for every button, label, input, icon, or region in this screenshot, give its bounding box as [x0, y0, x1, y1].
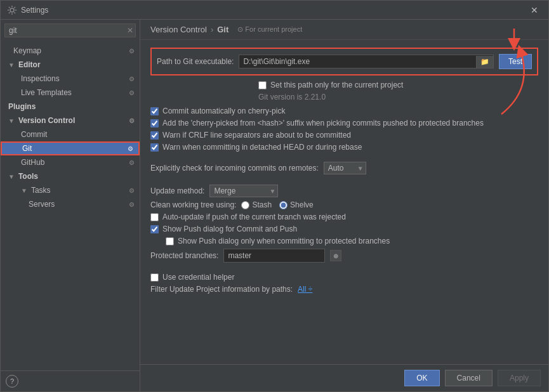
tools-arrow-icon: ▼ — [8, 173, 15, 180]
settings-icon — [7, 5, 17, 15]
sidebar-item-servers[interactable]: Servers ⚙ — [1, 197, 140, 211]
title-bar-left: Settings — [7, 5, 48, 15]
sidebar-bottom: ? — [1, 370, 140, 391]
inspections-settings-icon: ⚙ — [129, 75, 135, 82]
sidebar-tree: Keymap ⚙ ▼ Editor Inspections ⚙ — [1, 41, 140, 370]
incoming-select-wrap: Auto Always Never ▼ — [324, 162, 366, 174]
search-clear-button[interactable]: ✕ — [127, 26, 133, 35]
dialog-body: ✕ Keymap ⚙ ▼ Editor — [1, 20, 548, 391]
sidebar-item-keymap[interactable]: Keymap ⚙ — [1, 44, 140, 58]
warn-crlf-checkbox[interactable] — [150, 131, 159, 140]
apply-button[interactable]: Apply — [498, 370, 541, 386]
show-push-sub-checkbox[interactable] — [166, 237, 174, 245]
sidebar-item-editor[interactable]: ▼ Editor — [1, 58, 140, 72]
update-label: Update method: — [150, 186, 204, 195]
editor-arrow-icon: ▼ — [8, 62, 15, 69]
show-push-checkbox[interactable] — [150, 225, 159, 233]
git-version-text: Git version is 2.21.0 — [258, 93, 538, 101]
add-cherry-picked-row: Add the 'cherry-picked from <hash>' suff… — [150, 119, 538, 127]
clean-tree-row: Clean working tree using: Stash Shelve — [150, 200, 538, 209]
filter-update-row: Filter Update Project information by pat… — [150, 285, 538, 294]
set-path-checkbox[interactable] — [258, 81, 267, 89]
sidebar-item-commit[interactable]: Commit — [1, 127, 140, 141]
show-push-sub-label: Show Push dialog only when committing to… — [178, 237, 390, 245]
vc-settings-icon: ⚙ — [129, 117, 135, 124]
filter-value: All ÷ — [298, 285, 312, 294]
warn-detached-label: Warn when committing in detached HEAD or… — [162, 143, 362, 152]
warn-crlf-label: Warn if CRLF line separators are about t… — [162, 131, 351, 140]
auto-update-row: Auto-update if push of the current branc… — [150, 212, 538, 221]
sidebar-item-git[interactable]: Git ⚙ — [1, 141, 140, 155]
credential-checkbox[interactable] — [150, 273, 159, 282]
auto-update-checkbox[interactable] — [150, 213, 159, 221]
protected-expand-button[interactable]: ⊕ — [330, 250, 341, 261]
sidebar-item-plugins[interactable]: Plugins — [1, 100, 140, 114]
main-content: Version Control › Git ⊙ For current proj… — [140, 20, 548, 364]
shelve-radio-label: Shelve — [279, 200, 314, 209]
ok-button[interactable]: OK — [404, 370, 439, 386]
git-settings-panel: Path to Git executable: 📁 Test Set this … — [140, 40, 548, 364]
set-path-checkbox-row: Set this path only for the current proje… — [258, 81, 538, 89]
clean-label: Clean working tree using: — [150, 200, 236, 209]
incoming-commits-row: Explicitly check for incoming commits on… — [150, 162, 538, 174]
live-templates-settings-icon: ⚙ — [129, 89, 135, 96]
github-settings-icon: ⚙ — [129, 159, 135, 166]
update-select[interactable]: Merge Rebase Branch Default — [209, 185, 278, 197]
git-settings-icon: ⚙ — [128, 145, 133, 152]
cherry-pick-row: Commit automatically on cherry-pick — [150, 107, 538, 115]
cancel-button[interactable]: Cancel — [445, 370, 493, 386]
cherry-pick-label: Commit automatically on cherry-pick — [162, 107, 285, 115]
breadcrumb-parent: Version Control — [150, 25, 207, 34]
update-method-row: Update method: Merge Rebase Branch Defau… — [150, 185, 538, 197]
credential-label: Use credential helper — [162, 273, 234, 282]
sidebar-item-inspections[interactable]: Inspections ⚙ — [1, 72, 140, 86]
svg-point-0 — [10, 8, 14, 12]
filter-label: Filter Update Project information by pat… — [150, 285, 293, 294]
path-label: Path to Git executable: — [157, 57, 234, 66]
dialog-title: Settings — [21, 6, 48, 15]
sidebar: ✕ Keymap ⚙ ▼ Editor — [1, 20, 140, 391]
close-button[interactable]: ✕ — [527, 4, 542, 16]
warn-crlf-row: Warn if CRLF line separators are about t… — [150, 131, 538, 140]
clean-radio-group: Stash Shelve — [241, 200, 313, 209]
credential-row: Use credential helper — [150, 273, 538, 282]
incoming-label: Explicitly check for incoming commits on… — [150, 164, 319, 173]
breadcrumb-current: Git — [217, 25, 228, 34]
sidebar-item-github[interactable]: GitHub ⚙ — [1, 155, 140, 169]
warn-detached-checkbox[interactable] — [150, 143, 159, 152]
path-input[interactable] — [239, 55, 476, 68]
protected-input[interactable] — [223, 249, 325, 263]
warn-detached-row: Warn when committing in detached HEAD or… — [150, 143, 538, 152]
search-box: ✕ — [4, 23, 136, 37]
shelve-radio[interactable] — [279, 201, 288, 209]
title-bar: Settings ✕ — [1, 1, 548, 20]
sidebar-item-tasks[interactable]: ▼ Tasks ⚙ — [1, 183, 140, 197]
help-button[interactable]: ? — [6, 375, 18, 388]
path-input-wrap: 📁 — [239, 55, 494, 69]
servers-settings-icon: ⚙ — [129, 201, 135, 208]
test-button[interactable]: Test — [499, 54, 532, 69]
sidebar-item-tools[interactable]: ▼ Tools — [1, 169, 140, 183]
show-push-sub-row: Show Push dialog only when committing to… — [166, 237, 538, 245]
incoming-select[interactable]: Auto Always Never — [324, 162, 366, 174]
show-push-label: Show Push dialog for Commit and Push — [162, 225, 297, 233]
tasks-settings-icon: ⚙ — [129, 187, 135, 194]
add-cherry-picked-label: Add the 'cherry-picked from <hash>' suff… — [162, 119, 484, 127]
path-browse-button[interactable]: 📁 — [476, 56, 493, 68]
dialog-footer: OK Cancel Apply — [140, 364, 548, 391]
stash-label: Stash — [252, 200, 272, 209]
stash-radio-label: Stash — [241, 200, 272, 209]
cherry-pick-checkbox[interactable] — [150, 107, 159, 115]
protected-branches-row: Protected branches: ⊕ — [150, 249, 538, 263]
vc-arrow-icon: ▼ — [8, 117, 15, 124]
main-wrap: Version Control › Git ⊙ For current proj… — [140, 20, 548, 391]
breadcrumb-note: ⊙ For current project — [237, 25, 302, 34]
add-cherry-picked-checkbox[interactable] — [150, 119, 159, 127]
sidebar-item-live-templates[interactable]: Live Templates ⚙ — [1, 86, 140, 100]
stash-radio[interactable] — [241, 201, 249, 209]
breadcrumb: Version Control › Git ⊙ For current proj… — [140, 20, 548, 40]
search-input[interactable] — [4, 23, 136, 37]
keymap-settings-icon: ⚙ — [129, 48, 135, 55]
show-push-row: Show Push dialog for Commit and Push — [150, 225, 538, 233]
sidebar-item-version-control[interactable]: ▼ Version Control ⚙ — [1, 114, 140, 127]
